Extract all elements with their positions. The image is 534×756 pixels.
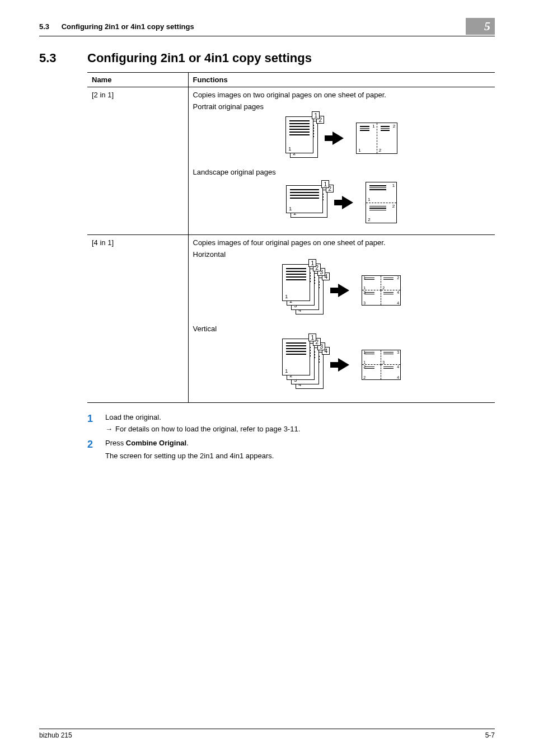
footer-product: bizhub 215	[39, 731, 72, 739]
page-header: 5.3 Configuring 2in1 or 4in1 copy settin…	[39, 18, 495, 36]
result-sheet: 11 22	[356, 123, 397, 154]
diagram-4in1-horizontal: 44 33 22 11 11 22 33 44	[193, 264, 491, 317]
diagram-2in1-landscape: 22 11 11 22	[193, 182, 491, 223]
step-1: 1 Load the original. → For details on ho…	[87, 413, 495, 433]
running-head-title: Configuring 2in1 or 4in1 copy settings	[62, 22, 194, 31]
step-after-text: The screen for setting up the 2in1 and 4…	[105, 452, 495, 460]
result-sheet: 11 33 22 44	[362, 350, 401, 380]
step-number: 1	[87, 413, 105, 433]
originals-stack: 22 11	[286, 185, 330, 220]
footer-page-number: 5-7	[485, 731, 495, 739]
step-text-suffix: .	[186, 439, 189, 447]
arrow-icon	[338, 284, 349, 297]
arrow-icon	[342, 196, 353, 209]
step-number: 2	[87, 439, 105, 460]
row-name: [2 in 1]	[87, 87, 188, 235]
horizontal-label: Horizontal	[193, 250, 491, 259]
section-number: 5.3	[39, 51, 87, 65]
table-row: [2 in 1] Copies images on two original p…	[87, 87, 495, 235]
row-functions: Copies images on two original pages on o…	[188, 87, 495, 235]
col-header-functions: Functions	[188, 73, 495, 87]
procedure-steps: 1 Load the original. → For details on ho…	[87, 413, 495, 460]
step-text-prefix: Press	[105, 439, 126, 447]
section-heading: 5.3 Configuring 2in1 or 4in1 copy settin…	[39, 51, 495, 65]
arrow-icon	[338, 358, 349, 372]
result-sheet: 11 22	[366, 182, 397, 223]
step-text: Load the original.	[105, 413, 495, 421]
chapter-badge: 5	[466, 18, 495, 35]
row-functions: Copies images of four original pages on …	[188, 235, 495, 403]
table-row: [4 in 1] Copies images of four original …	[87, 235, 495, 403]
result-sheet: 11 22 33 44	[362, 275, 401, 306]
arrow-right-icon: →	[105, 425, 115, 433]
section-title: Configuring 2in1 or 4in1 copy settings	[87, 51, 312, 65]
row-name: [4 in 1]	[87, 235, 188, 403]
landscape-label: Landscape original pages	[193, 168, 491, 176]
step-2: 2 Press Combine Original. The screen for…	[87, 439, 495, 460]
row-desc: Copies images of four original pages on …	[193, 238, 491, 247]
settings-table: Name Functions [2 in 1] Copies images on…	[87, 72, 495, 403]
row-desc: Copies images on two original pages on o…	[193, 91, 491, 99]
arrow-icon	[332, 132, 344, 145]
originals-stack: 22 11	[285, 116, 320, 160]
portrait-label: Portrait original pages	[193, 102, 491, 111]
running-head-left: 5.3 Configuring 2in1 or 4in1 copy settin…	[39, 22, 194, 31]
step-sub-text: For details on how to load the original,…	[115, 425, 300, 433]
vertical-label: Vertical	[193, 325, 491, 333]
col-header-name: Name	[87, 73, 188, 87]
step-text: Press Combine Original.	[105, 439, 495, 447]
chapter-number: 5	[484, 19, 490, 34]
step-sub: → For details on how to load the origina…	[105, 425, 495, 433]
originals-stack: 44 33 22 11	[282, 264, 326, 317]
page-footer: bizhub 215 5-7	[39, 729, 495, 739]
diagram-2in1-portrait: 22 11 11 22	[193, 116, 491, 160]
running-head-number: 5.3	[39, 22, 49, 31]
step-text-bold: Combine Original	[126, 439, 186, 447]
diagram-4in1-vertical: 44 33 22 11 11 33 22 44	[193, 339, 491, 391]
originals-stack: 44 33 22 11	[282, 339, 326, 391]
